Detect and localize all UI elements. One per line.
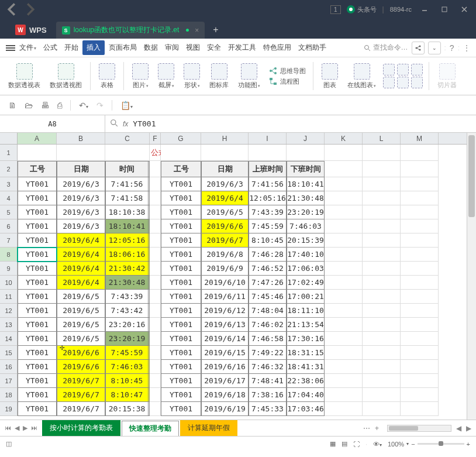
name-box[interactable]: A8 [0, 115, 105, 132]
cell-B7[interactable]: 2019/6/4 [57, 233, 105, 248]
cell-J18[interactable]: 17:04:40 [287, 388, 325, 402]
cell-K18[interactable] [325, 388, 363, 402]
ribbon-screenshot[interactable]: 截屏 [154, 63, 178, 90]
row-header[interactable]: 7 [0, 233, 17, 248]
cell-H16[interactable]: 2019/6/16 [201, 360, 249, 374]
ribbon-mini-chart-2[interactable] [397, 64, 409, 75]
cell-I3[interactable]: 7:41:56 [249, 177, 287, 191]
cell-L13[interactable] [363, 318, 401, 332]
cell-A5[interactable]: YT001 [18, 205, 57, 219]
sheet-nav[interactable]: ⏮ ◀ ▶ ⏭ [5, 424, 41, 432]
cell-C10[interactable]: 21:30:48 [105, 276, 150, 290]
view-normal-icon[interactable]: ▦ [330, 440, 336, 448]
cell-F6[interactable] [150, 219, 161, 233]
cell-F19[interactable] [150, 402, 161, 416]
cell-H8[interactable]: 2019/6/8 [201, 248, 249, 262]
nav-forward-icon[interactable] [23, 2, 37, 16]
select-all-corner[interactable] [0, 133, 18, 144]
col-header-H[interactable]: H [201, 133, 249, 144]
cell-M2[interactable] [401, 161, 439, 177]
cell-J13[interactable]: 21:13:54 [287, 318, 325, 332]
cell-B17[interactable]: 2019/6/7 [57, 374, 105, 388]
col-header-K[interactable]: K [325, 133, 363, 144]
cell-L17[interactable] [363, 374, 401, 388]
cell-K19[interactable] [325, 402, 363, 416]
cell-M14[interactable] [401, 332, 439, 346]
cell-K5[interactable] [325, 205, 363, 219]
qa-redo-icon[interactable]: ↷ [96, 101, 104, 110]
cell-M8[interactable] [401, 248, 439, 262]
eye-icon[interactable]: 👁▾ [373, 441, 382, 448]
cell-H14[interactable]: 2019/6/14 [201, 332, 249, 346]
cell-B12[interactable]: 2019/6/5 [57, 304, 105, 318]
cell-L19[interactable] [363, 402, 401, 416]
cell-K7[interactable] [325, 233, 363, 248]
cell-J12[interactable]: 18:11:10 [287, 304, 325, 318]
cell-I15[interactable]: 7:49:22 [249, 346, 287, 360]
cell-M6[interactable] [401, 219, 439, 233]
more-button[interactable]: ⋮ [463, 44, 470, 52]
col-header-J[interactable]: J [287, 133, 325, 144]
cell-F3[interactable] [150, 177, 161, 191]
cell-H3[interactable]: 2019/6/3 [201, 177, 249, 191]
row-header[interactable]: 2 [0, 161, 17, 177]
cell-B6[interactable]: 2019/6/3 [57, 219, 105, 233]
cell-I14[interactable]: 7:46:58 [249, 332, 287, 346]
cell-G19[interactable]: YT001 [161, 402, 201, 416]
cell-L16[interactable] [363, 360, 401, 374]
menu-dev[interactable]: 开发工具 [225, 40, 259, 55]
cell-M11[interactable] [401, 290, 439, 304]
row-header[interactable]: 11 [0, 290, 17, 304]
row-header[interactable]: 1 [0, 145, 17, 161]
cell-F4[interactable] [150, 191, 161, 205]
cell-C13[interactable]: 23:20:16 [105, 318, 150, 332]
cell-C12[interactable]: 7:43:42 [105, 304, 150, 318]
cell-C15[interactable]: 7:45:59 [105, 346, 150, 360]
cell-A9[interactable]: YT001 [18, 262, 57, 276]
menu-special[interactable]: 特色应用 [260, 40, 294, 55]
cell-M19[interactable] [401, 402, 439, 416]
cell-C11[interactable]: 7:43:39 [105, 290, 150, 304]
row-header[interactable]: 17 [0, 374, 17, 388]
row-header[interactable]: 3 [0, 177, 17, 191]
cell-F14[interactable] [150, 332, 161, 346]
cell-K2[interactable] [325, 161, 363, 177]
col-header-A[interactable]: A [18, 133, 57, 144]
cell-J9[interactable]: 17:06:03 [287, 262, 325, 276]
cell-F12[interactable] [150, 304, 161, 318]
cell-A17[interactable]: YT001 [18, 374, 57, 388]
cell-M9[interactable] [401, 262, 439, 276]
cell-G5[interactable]: YT001 [161, 205, 201, 219]
cell-H6[interactable]: 2019/6/6 [201, 219, 249, 233]
cell-J10[interactable]: 17:02:49 [287, 276, 325, 290]
qa-print-icon[interactable]: 🖶 [41, 101, 49, 110]
cells-area[interactable]: 公式法工号日期时间工号日期上班时间下班时间YT0012019/6/37:41:5… [18, 145, 439, 416]
row-header[interactable]: 12 [0, 304, 17, 318]
cell-C3[interactable]: 7:41:56 [105, 177, 150, 191]
qa-undo-icon[interactable]: ↶▾ [79, 101, 88, 110]
cell-G15[interactable]: YT001 [161, 346, 201, 360]
cell-M3[interactable] [401, 177, 439, 191]
cell-A8[interactable]: YT001 [18, 248, 57, 262]
hscroll-left-icon[interactable]: ◀ [456, 424, 461, 432]
cell-K9[interactable] [325, 262, 363, 276]
nav-back-icon[interactable] [5, 2, 19, 16]
cell-J7[interactable]: 20:15:39 [287, 233, 325, 248]
cell-F17[interactable] [150, 374, 161, 388]
cell-M17[interactable] [401, 374, 439, 388]
menu-view[interactable]: 视图 [183, 40, 203, 55]
cell-J19[interactable]: 17:03:46 [287, 402, 325, 416]
ribbon-mindmap[interactable]: 思维导图 [268, 66, 306, 75]
ribbon-mini-chart-6[interactable] [411, 77, 423, 88]
cell-B1[interactable] [57, 145, 105, 161]
cell-I17[interactable]: 7:48:41 [249, 374, 287, 388]
sheet-next-icon[interactable]: ▶ [23, 424, 27, 432]
ribbon-slicer[interactable]: 切片器 [434, 63, 460, 90]
cell-L15[interactable] [363, 346, 401, 360]
cell-H4[interactable]: 2019/6/4 [201, 191, 249, 205]
cell-L4[interactable] [363, 191, 401, 205]
cell-A6[interactable]: YT001 [18, 219, 57, 233]
ribbon-table[interactable]: 表格 [95, 63, 119, 90]
col-header-M[interactable]: M [401, 133, 439, 144]
cell-C1[interactable] [105, 145, 150, 161]
